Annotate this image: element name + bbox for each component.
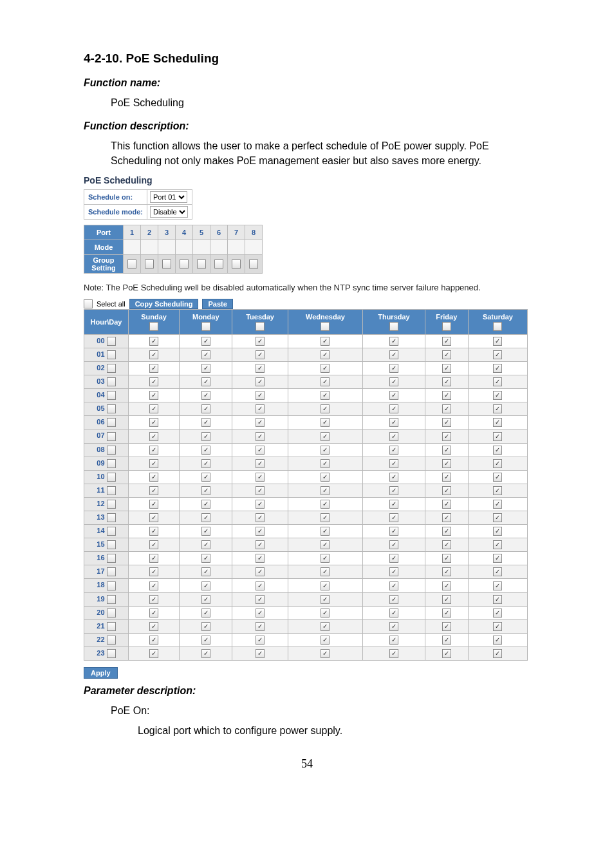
schedule-cell-checkbox[interactable]	[149, 446, 158, 455]
hour-row-checkbox[interactable]	[107, 622, 116, 631]
schedule-cell[interactable]	[425, 511, 468, 524]
group-checkbox-cell[interactable]	[228, 254, 245, 273]
schedule-cell-checkbox[interactable]	[149, 404, 158, 413]
schedule-cell-checkbox[interactable]	[389, 446, 398, 455]
schedule-cell-checkbox[interactable]	[149, 540, 158, 549]
schedule-cell[interactable]	[468, 334, 527, 348]
schedule-cell-checkbox[interactable]	[442, 432, 451, 441]
hour-label-cell[interactable]: 05	[84, 402, 129, 416]
schedule-cell-checkbox[interactable]	[493, 649, 502, 658]
schedule-cell[interactable]	[129, 457, 180, 470]
schedule-cell-checkbox[interactable]	[442, 527, 451, 536]
schedule-cell-checkbox[interactable]	[389, 581, 398, 590]
hour-label-cell[interactable]: 12	[84, 497, 129, 511]
schedule-cell[interactable]	[468, 633, 527, 646]
schedule-cell[interactable]	[129, 633, 180, 646]
schedule-cell-checkbox[interactable]	[149, 337, 158, 346]
schedule-cell[interactable]	[288, 361, 363, 375]
schedule-cell[interactable]	[180, 375, 232, 389]
schedule-cell[interactable]	[232, 497, 288, 511]
schedule-cell-checkbox[interactable]	[389, 364, 398, 373]
schedule-cell-checkbox[interactable]	[321, 391, 330, 400]
schedule-cell-checkbox[interactable]	[442, 377, 451, 386]
schedule-cell[interactable]	[232, 484, 288, 497]
schedule-cell-checkbox[interactable]	[149, 609, 158, 618]
schedule-cell-checkbox[interactable]	[442, 486, 451, 495]
schedule-cell-checkbox[interactable]	[389, 350, 398, 359]
hour-label-cell[interactable]: 15	[84, 538, 129, 552]
group-checkbox-cell[interactable]	[193, 254, 210, 273]
paste-button[interactable]: Paste	[202, 299, 232, 309]
schedule-cell-checkbox[interactable]	[321, 513, 330, 522]
schedule-cell-checkbox[interactable]	[493, 595, 502, 604]
schedule-cell-checkbox[interactable]	[389, 337, 398, 346]
schedule-cell-checkbox[interactable]	[149, 527, 158, 536]
schedule-cell-checkbox[interactable]	[201, 595, 210, 604]
schedule-cell-checkbox[interactable]	[256, 540, 265, 549]
schedule-cell-checkbox[interactable]	[493, 404, 502, 413]
schedule-cell-checkbox[interactable]	[389, 540, 398, 549]
schedule-cell-checkbox[interactable]	[256, 337, 265, 346]
day-header-checkbox[interactable]	[389, 322, 398, 331]
schedule-cell[interactable]	[232, 334, 288, 348]
schedule-cell[interactable]	[129, 348, 180, 361]
schedule-cell[interactable]	[129, 443, 180, 457]
schedule-cell-checkbox[interactable]	[493, 527, 502, 536]
schedule-cell-checkbox[interactable]	[149, 513, 158, 522]
schedule-cell-checkbox[interactable]	[201, 649, 210, 658]
schedule-cell-checkbox[interactable]	[389, 486, 398, 495]
schedule-cell[interactable]	[468, 552, 527, 565]
schedule-cell-checkbox[interactable]	[442, 636, 451, 645]
group-checkbox-cell[interactable]	[210, 254, 228, 273]
day-header-checkbox[interactable]	[493, 322, 502, 331]
schedule-cell[interactable]	[288, 443, 363, 457]
schedule-cell-checkbox[interactable]	[321, 418, 330, 427]
schedule-cell[interactable]	[129, 525, 180, 538]
schedule-cell-checkbox[interactable]	[493, 567, 502, 576]
schedule-cell[interactable]	[468, 348, 527, 361]
schedule-cell[interactable]	[468, 416, 527, 429]
day-header[interactable]: Tuesday	[232, 309, 288, 334]
schedule-cell[interactable]	[232, 552, 288, 565]
hour-label-cell[interactable]: 16	[84, 552, 129, 565]
group-checkbox-cell[interactable]	[245, 254, 263, 273]
schedule-cell[interactable]	[468, 565, 527, 579]
schedule-cell[interactable]	[288, 497, 363, 511]
schedule-cell-checkbox[interactable]	[321, 554, 330, 563]
schedule-cell[interactable]	[363, 389, 425, 402]
hour-row-checkbox[interactable]	[107, 337, 116, 346]
schedule-cell[interactable]	[180, 457, 232, 470]
hour-row-checkbox[interactable]	[107, 473, 116, 482]
schedule-cell[interactable]	[288, 565, 363, 579]
schedule-cell[interactable]	[425, 606, 468, 619]
schedule-cell-checkbox[interactable]	[201, 377, 210, 386]
schedule-cell[interactable]	[232, 579, 288, 592]
schedule-cell[interactable]	[232, 416, 288, 429]
hour-label-cell[interactable]: 20	[84, 606, 129, 619]
group-checkbox-cell[interactable]	[124, 254, 141, 273]
schedule-cell[interactable]	[363, 416, 425, 429]
hour-label-cell[interactable]: 03	[84, 375, 129, 389]
hour-label-cell[interactable]: 08	[84, 443, 129, 457]
schedule-cell-checkbox[interactable]	[442, 404, 451, 413]
hour-label-cell[interactable]: 06	[84, 416, 129, 429]
schedule-cell-checkbox[interactable]	[256, 391, 265, 400]
schedule-cell[interactable]	[468, 538, 527, 552]
schedule-cell-checkbox[interactable]	[442, 540, 451, 549]
schedule-cell[interactable]	[468, 470, 527, 484]
schedule-cell[interactable]	[468, 619, 527, 633]
schedule-cell[interactable]	[129, 429, 180, 443]
schedule-cell[interactable]	[232, 511, 288, 524]
hour-row-checkbox[interactable]	[107, 595, 116, 604]
schedule-cell-checkbox[interactable]	[442, 459, 451, 468]
schedule-cell[interactable]	[180, 361, 232, 375]
schedule-cell[interactable]	[468, 361, 527, 375]
schedule-cell[interactable]	[425, 334, 468, 348]
schedule-cell[interactable]	[129, 402, 180, 416]
schedule-cell[interactable]	[129, 538, 180, 552]
schedule-cell[interactable]	[180, 484, 232, 497]
schedule-cell-checkbox[interactable]	[442, 337, 451, 346]
schedule-cell-checkbox[interactable]	[321, 404, 330, 413]
hour-label-cell[interactable]: 18	[84, 579, 129, 592]
schedule-cell-checkbox[interactable]	[149, 622, 158, 631]
